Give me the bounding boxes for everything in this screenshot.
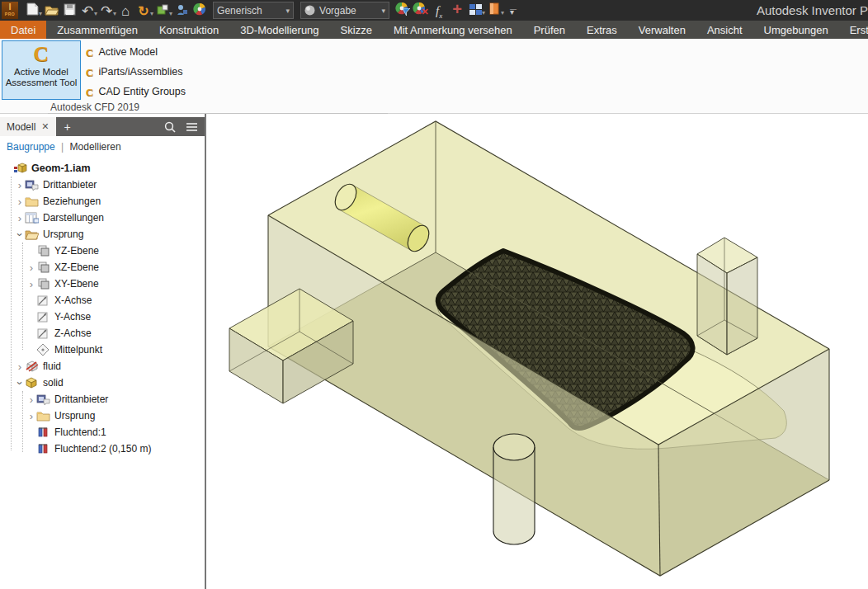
tree-item-darstellungen[interactable]: ›Darstellungen [0, 210, 203, 226]
cfd-c-icon: C [86, 67, 93, 78]
tab-modell-label: Modell [7, 121, 35, 133]
cfd-c-icon: C [34, 44, 50, 65]
ribbon-tab-datei[interactable]: Datei [0, 21, 46, 39]
ribbon-panel-autodesk-cfd: C Active Model Assessment Tool CActive M… [0, 39, 868, 114]
tree-item-label: fluid [43, 360, 61, 372]
ribbon-tab-zusammenf-gen[interactable]: Zusammenfügen [46, 21, 149, 39]
expander-icon[interactable]: › [26, 262, 36, 274]
breadcrumb-separator: | [58, 141, 67, 153]
tree-item-drittanbieter[interactable]: ›Drittanbieter [0, 177, 203, 193]
expander-icon[interactable]: › [26, 278, 36, 290]
inventor-logo-icon[interactable]: IPRO [2, 2, 18, 19]
tree-item-label: YZ-Ebene [54, 245, 99, 257]
inventor-window: { "titlebar": { "title": "Autodesk Inven… [0, 0, 868, 589]
expander-icon[interactable]: › [15, 196, 25, 208]
flush-icon [36, 442, 50, 455]
quick-access-toolbar: IPRO ▾↶▾↷▾⌂↻▾▾ Generisch ▾ Vorgabe ▾ ✕fx… [0, 0, 868, 21]
appearance-wheel-icon[interactable] [191, 1, 209, 18]
tree-item-drittanbieter[interactable]: ›Drittanbieter [0, 391, 203, 408]
model-tree: Geom-1.iam›Drittanbieter›Beziehungen›Dar… [0, 160, 203, 457]
cfd-c-icon: C [86, 47, 93, 58]
expander-icon[interactable]: › [15, 179, 25, 191]
tree-item-ursprung[interactable]: ›Ursprung [0, 408, 203, 424]
parameters-icon[interactable]: fx [430, 3, 448, 21]
thirdparty-icon [36, 393, 50, 406]
tree-item-fluid[interactable]: ›fluid [0, 358, 203, 375]
tree-item-mittelpunkt[interactable]: Mittelpunkt [0, 342, 203, 358]
cfd-item-active-model[interactable]: CActive Model [86, 42, 186, 62]
thirdparty-icon [25, 178, 39, 191]
adjust-appearance-icon[interactable] [394, 0, 412, 17]
assembly-icon [13, 162, 27, 175]
close-icon[interactable]: ✕ [41, 121, 49, 132]
appearance-combobox[interactable]: Vorgabe ▾ [300, 2, 389, 19]
tree-item-ursprung[interactable]: ›Ursprung [0, 226, 203, 243]
tree-item-label: XZ-Ebene [54, 262, 99, 273]
save-icon[interactable] [60, 1, 78, 18]
tree-item-label: XY-Ebene [54, 278, 99, 290]
expander-icon[interactable]: › [14, 229, 26, 239]
iproperties-icon[interactable] [172, 2, 191, 19]
expander-icon[interactable]: › [15, 212, 25, 224]
open-icon[interactable] [42, 2, 60, 19]
graphics-viewport[interactable] [206, 114, 868, 589]
tree-item-solid[interactable]: ›solid [0, 375, 203, 391]
cfd-item-cad-entity-groups[interactable]: CCAD Entity Groups [86, 82, 186, 101]
tree-item-yz-ebene[interactable]: YZ-Ebene [0, 243, 203, 259]
tree-item-x-achse[interactable]: X-Achse [0, 292, 203, 309]
tree-guide-line [11, 177, 12, 450]
clear-appearance-icon[interactable]: ✕ [412, 0, 430, 17]
cfd-item-label: Active Model [98, 46, 158, 58]
menu-icon[interactable] [186, 122, 198, 132]
ribbon-tab-erste-schritte[interactable]: Erste Schritte [839, 21, 868, 39]
tree-item-xz-ebene[interactable]: ›XZ-Ebene [0, 259, 203, 276]
tree-item-label: Y-Achse [54, 311, 91, 323]
material-combobox[interactable]: Generisch ▾ [213, 2, 294, 19]
sphere-icon [304, 5, 315, 16]
expander-icon[interactable]: › [26, 410, 36, 422]
tree-item-label: Ursprung [43, 229, 83, 240]
tree-item-y-achse[interactable]: Y-Achse [0, 309, 203, 325]
ribbon-tab-extras[interactable]: Extras [576, 21, 628, 39]
ribbon-tab-verwalten[interactable]: Verwalten [628, 21, 696, 39]
tree-item-label: Fluchtend:2 (0,150 m) [54, 443, 151, 455]
big-button-label-line1: Active Model [2, 67, 80, 78]
tree-item-beziehungen[interactable]: ›Beziehungen [0, 193, 203, 210]
active-model-assessment-tool-button[interactable]: C Active Model Assessment Tool [2, 40, 81, 100]
3d-scene [206, 114, 868, 589]
tree-item-xy-ebene[interactable]: ›XY-Ebene [0, 276, 203, 292]
expander-icon[interactable]: › [26, 393, 36, 406]
expander-icon[interactable]: › [15, 360, 25, 373]
customize-qat-icon[interactable]: ▾— [504, 3, 522, 21]
outlet-prism-right[interactable] [697, 238, 757, 355]
tree-item-fluchtend-2-0-150-m-[interactable]: Fluchtend:2 (0,150 m) [0, 441, 203, 457]
cfd-panel-items: CActive ModelCiParts/iAssembliesCCAD Ent… [86, 42, 186, 101]
measure-icon[interactable]: + [448, 1, 466, 18]
home-icon[interactable]: ⌂ [116, 3, 134, 21]
ribbon-tab-umgebungen[interactable]: Umgebungen [753, 21, 839, 39]
tree-item-fluchtend-1[interactable]: Fluchtend:1 [0, 424, 203, 441]
ribbon-tab-ansicht[interactable]: Ansicht [696, 21, 753, 39]
model-browser-panel: Modell ✕ + Baugruppe | Modellieren Geom-… [0, 114, 206, 589]
tab-modell[interactable]: Modell ✕ [0, 117, 56, 136]
expander-icon[interactable]: › [14, 378, 26, 388]
ribbon-tab-konstruktion[interactable]: Konstruktion [149, 21, 229, 39]
breadcrumb-baugruppe[interactable]: Baugruppe [7, 141, 55, 153]
tree-item-z-achse[interactable]: Z-Achse [0, 325, 203, 342]
add-tab-button[interactable]: + [56, 120, 79, 134]
tree-item-geom-1-iam[interactable]: Geom-1.iam [0, 160, 203, 177]
cfd-item-iparts-iassemblies[interactable]: CiParts/iAssemblies [86, 62, 186, 82]
search-icon[interactable] [164, 121, 176, 133]
folder-icon [36, 409, 50, 422]
ribbon-tab-pr-fen[interactable]: Prüfen [523, 21, 576, 39]
cfd-c-icon: C [86, 87, 93, 97]
ribbon-tab-3d-modellierung[interactable]: 3D-Modellierung [229, 21, 329, 39]
breadcrumb-modellieren[interactable]: Modellieren [70, 141, 121, 153]
ribbon-tab-mit-anmerkung-versehen[interactable]: Mit Anmerkung versehen [383, 21, 523, 39]
flush-icon [36, 426, 50, 439]
chevron-down-icon: ▾ [382, 7, 386, 15]
plane-icon [36, 277, 50, 290]
bottom-cylinder[interactable] [493, 434, 535, 544]
ribbon-tab-skizze[interactable]: Skizze [330, 21, 383, 39]
fluid-icon [25, 360, 39, 373]
